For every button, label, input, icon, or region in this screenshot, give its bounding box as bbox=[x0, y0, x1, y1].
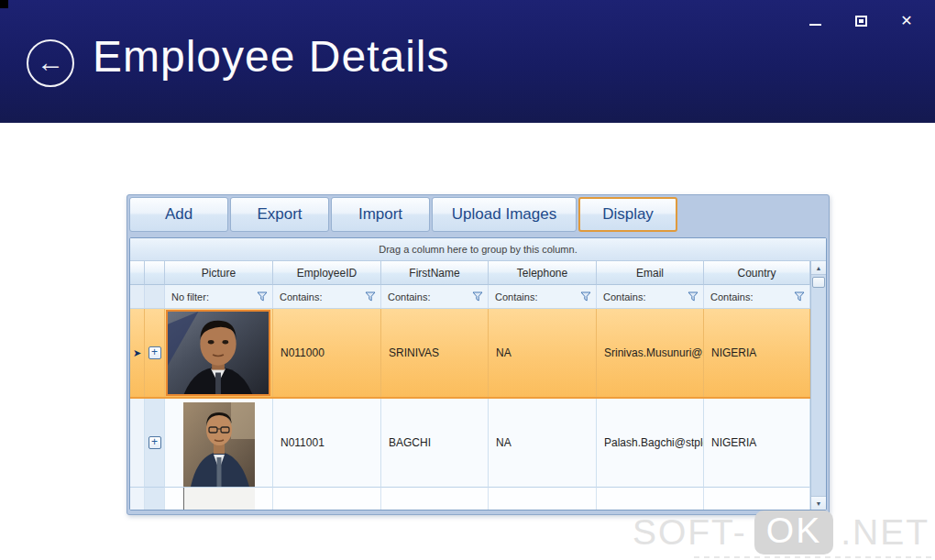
email-cell[interactable]: Srinivas.Musunuri@s... bbox=[597, 309, 704, 397]
close-icon: ✕ bbox=[900, 14, 912, 28]
display-button[interactable]: Display bbox=[578, 197, 677, 232]
filter-icon[interactable] bbox=[472, 291, 483, 302]
app-window: ← Employee Details ✕ Add Export Import U… bbox=[0, 0, 935, 560]
export-button[interactable]: Export bbox=[230, 197, 329, 232]
filter-indicator-cell bbox=[130, 285, 145, 309]
firstname-cell[interactable]: BAGCHI bbox=[381, 399, 489, 488]
filter-telephone[interactable]: Contains: bbox=[489, 285, 597, 309]
table-row-partial[interactable] bbox=[130, 488, 810, 511]
filter-icon[interactable] bbox=[688, 291, 698, 302]
maximize-icon bbox=[855, 16, 867, 27]
window-controls: ✕ bbox=[798, 9, 923, 33]
grid-content: Picture EmployeeID FirstName Telephone E… bbox=[130, 261, 810, 510]
expander-header bbox=[145, 261, 165, 285]
country-cell[interactable]: NIGERIA bbox=[704, 399, 810, 488]
import-button[interactable]: Import bbox=[331, 197, 430, 232]
watermark-badge: OK bbox=[754, 511, 833, 555]
filter-icon[interactable] bbox=[794, 291, 805, 302]
employee-photo-partial bbox=[183, 488, 255, 511]
filter-icon[interactable] bbox=[365, 291, 376, 302]
column-header-picture[interactable]: Picture bbox=[165, 261, 273, 285]
employee-grid: Drag a column here to group by this colu… bbox=[129, 237, 827, 511]
telephone-cell[interactable]: NA bbox=[489, 309, 597, 397]
row-indicator bbox=[130, 488, 145, 511]
firstname-cell[interactable] bbox=[381, 488, 489, 511]
employeeid-cell[interactable]: N011001 bbox=[273, 399, 381, 488]
current-row-arrow-icon: ➤ bbox=[133, 348, 141, 358]
filter-email[interactable]: Contains: bbox=[597, 285, 704, 309]
column-header-employeeid[interactable]: EmployeeID bbox=[273, 261, 381, 285]
screen-corner-artifact bbox=[0, 0, 8, 8]
email-cell[interactable]: Palash.Bagchi@stplg... bbox=[597, 399, 704, 488]
filter-picture[interactable]: No filter: bbox=[165, 285, 273, 309]
expand-row-button[interactable]: + bbox=[148, 436, 161, 449]
employee-photo[interactable] bbox=[166, 310, 270, 396]
country-cell[interactable] bbox=[704, 488, 810, 511]
maximize-button[interactable] bbox=[844, 9, 877, 33]
expand-row-button[interactable]: + bbox=[148, 346, 161, 359]
watermark-dotted-line bbox=[694, 556, 932, 558]
column-header-email[interactable]: Email bbox=[597, 261, 704, 285]
table-row[interactable]: + bbox=[130, 399, 810, 488]
picture-cell[interactable] bbox=[165, 399, 273, 488]
row-expander-cell bbox=[145, 488, 165, 511]
column-header-row: Picture EmployeeID FirstName Telephone E… bbox=[130, 261, 810, 285]
minimize-icon bbox=[809, 24, 821, 26]
back-button[interactable]: ← bbox=[27, 39, 74, 87]
telephone-cell[interactable]: NA bbox=[489, 399, 597, 488]
titlebar: ← Employee Details ✕ bbox=[0, 0, 935, 123]
telephone-cell[interactable] bbox=[489, 488, 597, 511]
firstname-cell[interactable]: SRINIVAS bbox=[381, 309, 489, 397]
upload-images-button[interactable]: Upload Images bbox=[432, 197, 577, 232]
filter-country[interactable]: Contains: bbox=[704, 285, 810, 309]
scrollbar-thumb[interactable] bbox=[812, 277, 825, 288]
filter-employeeid[interactable]: Contains: bbox=[273, 285, 381, 309]
filter-icon[interactable] bbox=[257, 291, 268, 302]
back-arrow-icon: ← bbox=[37, 49, 64, 76]
filter-row: No filter: Contains: Contains: Contains: bbox=[130, 285, 810, 309]
row-expander-cell: + bbox=[145, 399, 165, 488]
country-cell[interactable]: NIGERIA bbox=[704, 309, 810, 397]
group-by-drop-area[interactable]: Drag a column here to group by this colu… bbox=[130, 238, 826, 261]
current-row-indicator: ➤ bbox=[130, 309, 145, 397]
column-header-country[interactable]: Country bbox=[704, 261, 810, 285]
employee-grid-panel: Add Export Import Upload Images Display … bbox=[126, 194, 830, 515]
table-row-selected[interactable]: ➤ + bbox=[130, 309, 810, 399]
employeeid-cell[interactable]: N011000 bbox=[273, 309, 381, 397]
picture-cell[interactable] bbox=[165, 309, 273, 397]
vertical-scrollbar[interactable]: ▲ ▼ bbox=[810, 261, 826, 510]
watermark: SOFT- OK .NET bbox=[632, 511, 930, 555]
email-cell[interactable] bbox=[597, 488, 704, 511]
scroll-up-button[interactable]: ▲ bbox=[811, 261, 826, 275]
filter-firstname[interactable]: Contains: bbox=[381, 285, 489, 309]
column-header-telephone[interactable]: Telephone bbox=[489, 261, 597, 285]
picture-cell[interactable] bbox=[165, 488, 273, 511]
column-header-firstname[interactable]: FirstName bbox=[381, 261, 489, 285]
close-button[interactable]: ✕ bbox=[890, 9, 923, 33]
row-indicator-header bbox=[130, 261, 145, 285]
page-title: Employee Details bbox=[93, 31, 450, 82]
scroll-down-button[interactable]: ▼ bbox=[811, 496, 826, 510]
row-expander-cell: + bbox=[145, 309, 165, 397]
minimize-button[interactable] bbox=[798, 9, 831, 33]
filter-expander-cell bbox=[145, 285, 165, 309]
watermark-suffix: .NET bbox=[841, 512, 930, 553]
employeeid-cell[interactable] bbox=[273, 488, 381, 511]
add-button[interactable]: Add bbox=[129, 197, 228, 232]
watermark-prefix: SOFT- bbox=[632, 512, 747, 553]
toolbar: Add Export Import Upload Images Display bbox=[129, 197, 677, 232]
row-indicator bbox=[130, 399, 145, 488]
employee-photo[interactable] bbox=[183, 402, 255, 487]
filter-icon[interactable] bbox=[580, 291, 591, 302]
